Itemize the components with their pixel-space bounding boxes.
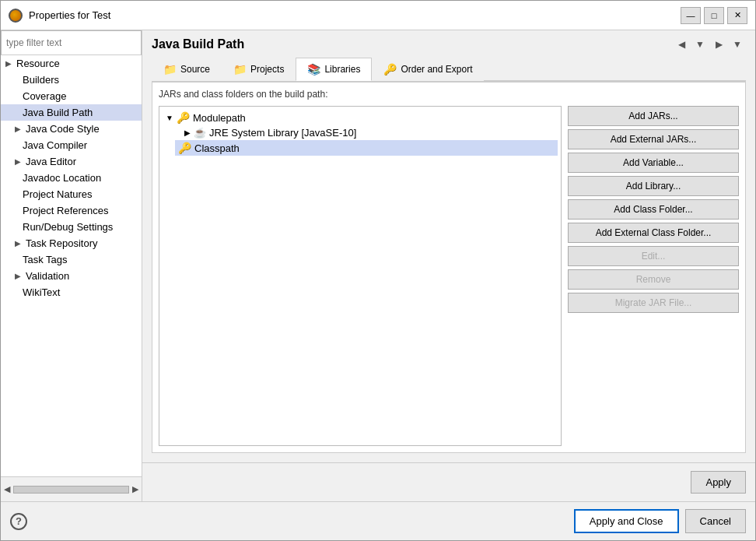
sidebar-item-label: Project References	[23, 205, 109, 216]
modulepath-expand-arrow: ▼	[166, 114, 173, 122]
main-panel: Java Build Path ◀ ▼ ▶ ▼ 📁 Source	[142, 30, 755, 501]
build-path-tree: ▼ 🔑 Modulepath ▶ ☕ JRE System Library [J…	[159, 106, 562, 446]
add-class-folder-button[interactable]: Add Class Folder...	[568, 199, 739, 220]
sidebar-item-label: Project Natures	[23, 188, 93, 200]
tab-libraries-label: Libraries	[324, 64, 360, 75]
sidebar-item-run-debug-settings[interactable]: Run/Debug Settings	[1, 219, 142, 235]
jre-expand-arrow: ▶	[184, 128, 191, 137]
migrate-jar-button[interactable]: Migrate JAR File...	[568, 293, 739, 313]
sidebar-item-java-build-path[interactable]: Java Build Path	[1, 104, 142, 121]
apply-button[interactable]: Apply	[691, 471, 746, 494]
add-external-jars-button[interactable]: Add External JARs...	[568, 129, 739, 149]
build-path-split: ▼ 🔑 Modulepath ▶ ☕ JRE System Library [J…	[159, 106, 739, 446]
sidebar: ▶ Resource Builders Coverage Java Build …	[1, 30, 142, 501]
dialog-footer: ? Apply and Close Cancel	[1, 501, 755, 540]
tab-projects-label: Projects	[250, 64, 284, 75]
nav-forward-button[interactable]: ▶	[710, 37, 727, 52]
sidebar-item-project-natures[interactable]: Project Natures	[1, 186, 142, 202]
classpath-key-icon: 🔑	[178, 142, 191, 154]
tab-source-label: Source	[180, 64, 210, 75]
tab-source[interactable]: 📁 Source	[152, 58, 222, 81]
sidebar-item-label: Javadoc Location	[23, 172, 101, 184]
expand-arrow-validation: ▶	[13, 272, 23, 280]
classpath-label: Classpath	[194, 142, 240, 154]
remove-button[interactable]: Remove	[568, 269, 739, 290]
title-bar: Properties for Test — □ ✕	[1, 1, 755, 30]
sidebar-item-label: Java Code Style	[26, 123, 100, 135]
sidebar-item-label: Validation	[26, 270, 69, 282]
close-button[interactable]: ✕	[727, 7, 747, 24]
sidebar-item-java-editor[interactable]: ▶ Java Editor	[1, 153, 142, 170]
classpath-item[interactable]: 🔑 Classpath	[175, 140, 558, 156]
filter-input[interactable]	[1, 30, 142, 55]
edit-button[interactable]: Edit...	[568, 246, 739, 266]
properties-dialog: Properties for Test — □ ✕ ▶ Resource Bui…	[0, 0, 756, 541]
content-area: ▶ Resource Builders Coverage Java Build …	[1, 30, 755, 501]
minimize-button[interactable]: —	[681, 7, 701, 24]
sidebar-item-label: Java Editor	[26, 156, 76, 167]
tab-projects[interactable]: 📁 Projects	[222, 58, 296, 81]
maximize-button[interactable]: □	[704, 7, 724, 24]
build-path-content: JARs and class folders on the build path…	[152, 82, 746, 453]
sidebar-item-label: WikiText	[23, 286, 60, 298]
add-external-class-folder-button[interactable]: Add External Class Folder...	[568, 223, 739, 243]
sidebar-item-javadoc-location[interactable]: Javadoc Location	[1, 170, 142, 186]
sidebar-tree: ▶ Resource Builders Coverage Java Build …	[1, 55, 142, 476]
sidebar-item-label: Task Repository	[26, 237, 97, 249]
source-tab-icon: 📁	[163, 63, 177, 76]
nav-forward-dropdown-button[interactable]: ▼	[729, 37, 746, 52]
libraries-tab-icon: 📚	[307, 63, 320, 76]
sidebar-item-java-compiler[interactable]: Java Compiler	[1, 137, 142, 153]
add-jars-button[interactable]: Add JARs...	[568, 106, 739, 126]
panel-body: 📁 Source 📁 Projects 📚 Libraries 🔑 Order …	[142, 57, 755, 462]
tab-order-export[interactable]: 🔑 Order and Export	[372, 58, 484, 81]
sidebar-item-task-repository[interactable]: ▶ Task Repository	[1, 235, 142, 251]
sidebar-item-label: Java Build Path	[23, 107, 93, 118]
jre-icon: ☕	[194, 127, 206, 139]
add-variable-button[interactable]: Add Variable...	[568, 153, 739, 173]
sidebar-item-label: Builders	[23, 74, 59, 86]
cancel-button[interactable]: Cancel	[685, 509, 746, 533]
action-buttons: Add JARs... Add External JARs... Add Var…	[568, 106, 739, 446]
build-path-label: JARs and class folders on the build path…	[159, 89, 739, 100]
sidebar-item-wikitext[interactable]: WikiText	[1, 284, 142, 300]
expand-arrow-task-repository: ▶	[13, 239, 23, 248]
projects-tab-icon: 📁	[233, 63, 247, 76]
nav-buttons: ◀ ▼ ▶ ▼	[673, 37, 746, 52]
sidebar-item-builders[interactable]: Builders	[1, 72, 142, 88]
jre-library-item[interactable]: ▶ ☕ JRE System Library [JavaSE-10]	[181, 125, 558, 140]
sidebar-item-resource[interactable]: ▶ Resource	[1, 55, 142, 72]
sidebar-item-project-references[interactable]: Project References	[1, 202, 142, 219]
expand-arrow-java-code-style: ▶	[13, 125, 23, 133]
sidebar-item-java-code-style[interactable]: ▶ Java Code Style	[1, 121, 142, 137]
tabs-container: 📁 Source 📁 Projects 📚 Libraries 🔑 Order …	[152, 57, 746, 82]
panel-title: Java Build Path	[152, 37, 244, 51]
title-buttons: — □ ✕	[681, 7, 747, 24]
dialog-icon	[9, 9, 23, 23]
help-button[interactable]: ?	[10, 513, 27, 530]
panel-header: Java Build Path ◀ ▼ ▶ ▼	[142, 30, 755, 57]
title-bar-left: Properties for Test	[9, 9, 110, 23]
tab-libraries[interactable]: 📚 Libraries	[296, 58, 372, 81]
sidebar-item-label: Resource	[16, 58, 60, 69]
sidebar-item-validation[interactable]: ▶ Validation	[1, 268, 142, 284]
sidebar-item-label: Task Tags	[23, 254, 68, 265]
scroll-left-arrow[interactable]: ◀	[4, 484, 10, 494]
dialog-title: Properties for Test	[29, 9, 110, 21]
expand-arrow-java-editor: ▶	[13, 157, 23, 166]
jre-library-label: JRE System Library [JavaSE-10]	[209, 127, 356, 139]
sidebar-item-label: Java Compiler	[23, 139, 87, 151]
modulepath-item[interactable]: ▼ 🔑 Modulepath	[163, 110, 558, 125]
sidebar-item-task-tags[interactable]: Task Tags	[1, 251, 142, 268]
sidebar-item-coverage[interactable]: Coverage	[1, 88, 142, 104]
tab-order-export-label: Order and Export	[401, 64, 472, 75]
apply-and-close-button[interactable]: Apply and Close	[574, 509, 679, 533]
scroll-thumb[interactable]	[13, 486, 129, 494]
order-export-tab-icon: 🔑	[383, 63, 397, 76]
nav-back-dropdown-button[interactable]: ▼	[691, 37, 709, 52]
add-library-button[interactable]: Add Library...	[568, 176, 739, 196]
sidebar-item-label: Run/Debug Settings	[23, 221, 113, 233]
nav-back-button[interactable]: ◀	[673, 37, 690, 52]
bottom-bar: Apply	[142, 462, 755, 501]
scroll-right-arrow[interactable]: ▶	[132, 484, 138, 494]
